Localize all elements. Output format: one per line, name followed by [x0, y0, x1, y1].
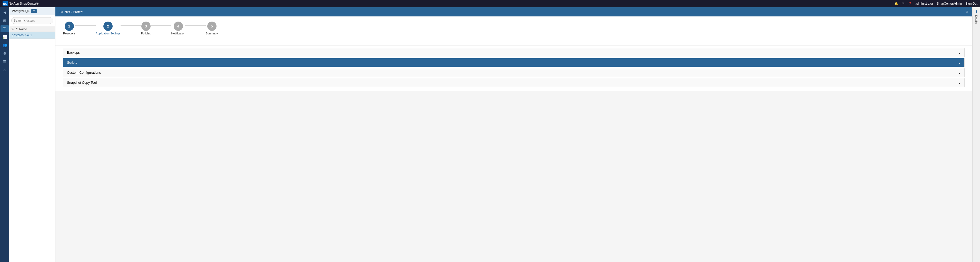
- sidebar-cluster-item[interactable]: postgres_5432: [9, 32, 55, 39]
- svg-text:NA: NA: [3, 3, 7, 5]
- sidebar: PostgreSQL ▼ ⇅ ⚑ Name postgres_5432: [9, 7, 56, 262]
- step-3-circle: 3: [142, 22, 151, 31]
- mail-icon[interactable]: ✉: [902, 2, 904, 5]
- accordion-backups: Backups ⌄: [63, 48, 965, 57]
- wizard-area: 1 Resource 2 Application Settings 3: [56, 16, 972, 45]
- sidebar-header: PostgreSQL ▼: [9, 7, 55, 15]
- table-col-name: Name: [19, 27, 27, 30]
- flag-icon: ⚑: [15, 27, 18, 30]
- db-type-label: PostgreSQL: [12, 9, 30, 13]
- search-container: [9, 15, 55, 26]
- breadcrumb: Cluster · Protect: [59, 10, 83, 14]
- signout-button[interactable]: Sign Out: [966, 2, 977, 5]
- step-2-circle: 2: [103, 22, 113, 31]
- details-info-icon: ℹ: [976, 9, 977, 14]
- step-connector-3: [151, 26, 171, 26]
- sidebar-item-collapse[interactable]: ◀: [0, 9, 9, 16]
- netapp-logo: NA NetApp SnapCenter®: [3, 1, 38, 6]
- accordion-snapshot-copy-tool-label: Snapshot Copy Tool: [67, 81, 97, 85]
- step-4-circle: 4: [174, 22, 183, 31]
- step-4-label: Notification: [171, 32, 185, 35]
- sidebar-item-grid[interactable]: ⊞: [0, 17, 9, 24]
- sidebar-item-menu[interactable]: ☰: [0, 58, 9, 65]
- search-input[interactable]: [11, 17, 53, 24]
- icon-rail: ◀ ⊞ 🛡 📊 👥 ⚙ ☰ ⚠: [0, 7, 9, 262]
- instance-label: SnapCenterAdmin: [937, 2, 962, 5]
- bell-icon[interactable]: 🔔: [894, 2, 898, 5]
- step-5-label: Summary: [206, 32, 218, 35]
- accordion-backups-header[interactable]: Backups ⌄: [64, 48, 964, 57]
- step-4[interactable]: 4 Notification: [171, 22, 185, 35]
- step-1-label: Resource: [63, 32, 75, 35]
- user-label: administrator: [915, 2, 933, 5]
- accordion-container: Backups ⌄ Scripts ⌄ Custom Configuration…: [56, 45, 972, 91]
- main-layout: ◀ ⊞ 🛡 📊 👥 ⚙ ☰ ⚠ PostgreSQL ▼ ⇅ ⚑ Name po…: [0, 7, 980, 262]
- top-bar-left: NA NetApp SnapCenter®: [3, 1, 38, 6]
- sort-icon: ⇅: [11, 27, 14, 30]
- sidebar-table-header: ⇅ ⚑ Name: [9, 26, 55, 32]
- accordion-scripts-label: Scripts: [67, 61, 77, 64]
- step-2-label: Application Settings: [96, 32, 121, 35]
- step-5[interactable]: 5 Summary: [206, 22, 218, 35]
- accordion-custom-configurations-header[interactable]: Custom Configurations ⌄: [64, 68, 964, 77]
- accordion-snapshot-copy-tool: Snapshot Copy Tool ⌄: [63, 78, 965, 87]
- top-bar-right: 🔔 ✉ ❓ administrator SnapCenterAdmin Sign…: [894, 2, 977, 5]
- sidebar-item-alerts[interactable]: ⚠: [0, 66, 9, 73]
- sidebar-item-users[interactable]: 👥: [0, 42, 9, 49]
- help-icon[interactable]: ❓: [908, 2, 912, 5]
- accordion-custom-configurations-label: Custom Configurations: [67, 70, 101, 75]
- sidebar-item-protect[interactable]: 🛡: [0, 25, 9, 32]
- app-title: NetApp SnapCenter®: [9, 2, 38, 5]
- details-label: Details: [975, 15, 978, 24]
- step-connector-1: [75, 26, 96, 26]
- accordion-scripts-chevron: ⌄: [958, 61, 961, 64]
- step-5-circle: 5: [207, 22, 216, 31]
- content-header: Cluster · Protect ×: [56, 7, 972, 16]
- db-type-badge: ▼: [31, 9, 37, 13]
- step-3-label: Policies: [141, 32, 151, 35]
- accordion-backups-label: Backups: [67, 51, 80, 54]
- accordion-custom-configurations: Custom Configurations ⌄: [63, 68, 965, 77]
- close-button[interactable]: ×: [966, 10, 968, 14]
- step-1[interactable]: 1 Resource: [63, 22, 75, 35]
- step-connector-2: [121, 26, 141, 26]
- accordion-scripts: Scripts ⌄: [63, 58, 965, 67]
- cluster-name: postgres_5432: [12, 34, 32, 37]
- top-bar: NA NetApp SnapCenter® 🔔 ✉ ❓ administrato…: [0, 0, 980, 7]
- content-area: Cluster · Protect × 1 Resource 2: [56, 7, 972, 262]
- sidebar-item-settings[interactable]: ⚙: [0, 50, 9, 57]
- step-3[interactable]: 3 Policies: [141, 22, 151, 35]
- accordion-scripts-header[interactable]: Scripts ⌄: [64, 58, 964, 67]
- details-panel: ℹ Details: [972, 7, 980, 262]
- sidebar-item-reports[interactable]: 📊: [0, 34, 9, 41]
- step-2[interactable]: 2 Application Settings: [96, 22, 121, 35]
- accordion-snapshot-copy-tool-chevron: ⌄: [958, 81, 961, 85]
- steps-container: 1 Resource 2 Application Settings 3: [63, 22, 965, 35]
- accordion-snapshot-copy-tool-header[interactable]: Snapshot Copy Tool ⌄: [64, 78, 964, 87]
- step-connector-4: [185, 26, 206, 26]
- accordion-custom-configurations-chevron: ⌄: [958, 71, 961, 75]
- accordion-backups-chevron: ⌄: [958, 51, 961, 54]
- step-1-circle: 1: [65, 22, 74, 31]
